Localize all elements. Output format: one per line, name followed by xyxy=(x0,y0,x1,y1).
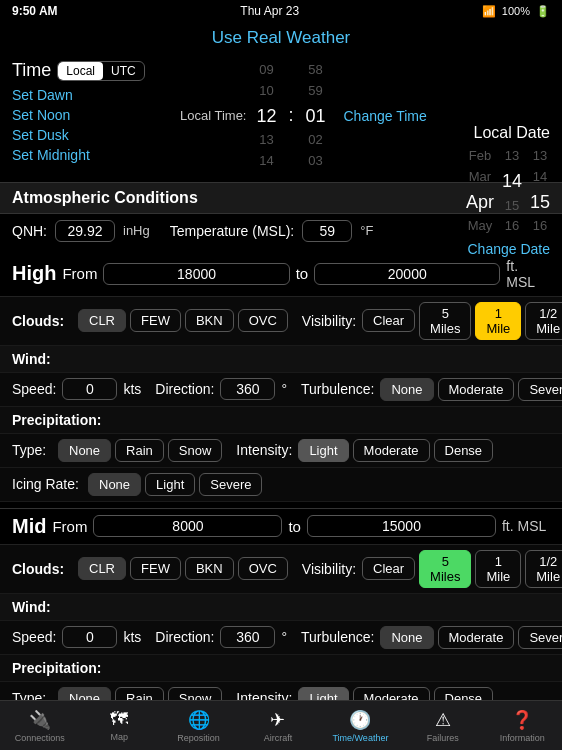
qnh-input[interactable] xyxy=(55,220,115,242)
mid-speed-dir-row: Speed: kts Direction: ° Turbulence: None… xyxy=(0,621,562,655)
mid-vis-1mile[interactable]: 1 Mile xyxy=(475,550,521,588)
mid-cloud-bkn[interactable]: BKN xyxy=(185,557,234,580)
mid-cloud-ovc[interactable]: OVC xyxy=(238,557,288,580)
mid-turb-severe[interactable]: Severe xyxy=(518,626,562,649)
high-dir-label: Direction: xyxy=(155,381,214,397)
local-btn[interactable]: Local xyxy=(58,62,103,80)
change-date-btn[interactable]: Change Date xyxy=(466,241,550,257)
high-to-input[interactable] xyxy=(314,263,500,285)
tab-information[interactable]: ❓ Information xyxy=(497,709,547,743)
mid-precip-label: Precipitation: xyxy=(12,660,101,676)
mid-turb-moderate[interactable]: Moderate xyxy=(438,626,515,649)
high-type-row: Type: None Rain Snow Intensity: Light Mo… xyxy=(0,434,562,468)
month-col[interactable]: Feb Mar Apr May xyxy=(466,146,494,237)
high-speed-input[interactable] xyxy=(62,378,117,400)
mid-vis-half[interactable]: 1/2 Mile xyxy=(525,550,562,588)
high-icing-options: None Light Severe xyxy=(88,473,262,496)
high-icing-severe[interactable]: Severe xyxy=(199,473,262,496)
mid-cloud-few[interactable]: FEW xyxy=(130,557,181,580)
high-vis-clear[interactable]: Clear xyxy=(362,309,415,332)
connections-label: Connections xyxy=(15,733,65,743)
high-type-rain[interactable]: Rain xyxy=(115,439,164,462)
day-right-col[interactable]: 13 14 15 16 xyxy=(530,146,550,237)
high-cloud-ovc[interactable]: OVC xyxy=(238,309,288,332)
high-dir-input[interactable] xyxy=(220,378,275,400)
mid-speed-input[interactable] xyxy=(62,626,117,648)
mid-vis-options: Clear 5 Miles 1 Mile 1/2 Mile xyxy=(362,550,562,588)
information-icon: ❓ xyxy=(511,709,533,731)
high-unit: ft. MSL xyxy=(506,258,550,290)
map-icon: 🗺 xyxy=(110,709,128,730)
set-dawn-btn[interactable]: Set Dawn xyxy=(12,87,172,103)
high-type-snow[interactable]: Snow xyxy=(168,439,223,462)
mid-vis-clear[interactable]: Clear xyxy=(362,557,415,580)
tab-connections[interactable]: 🔌 Connections xyxy=(15,709,65,743)
mid-cloud-clr[interactable]: CLR xyxy=(78,557,126,580)
high-precip-row: Precipitation: xyxy=(0,407,562,434)
mid-speed-label: Speed: xyxy=(12,629,56,645)
set-midnight-btn[interactable]: Set Midnight xyxy=(12,147,172,163)
time-label: Time xyxy=(12,60,51,81)
high-precip-label: Precipitation: xyxy=(12,412,101,428)
temp-input[interactable] xyxy=(302,220,352,242)
high-turb-severe[interactable]: Severe xyxy=(518,378,562,401)
high-vis-5mile[interactable]: 5 Miles xyxy=(419,302,471,340)
local-utc-toggle[interactable]: Local UTC xyxy=(57,61,144,81)
utc-btn[interactable]: UTC xyxy=(103,62,144,80)
mid-dir-input[interactable] xyxy=(220,626,275,648)
mid-clouds-row: Clouds: CLR FEW BKN OVC Visibility: Clea… xyxy=(0,545,562,594)
high-band-section: High From to ft. MSL Clouds: CLR FEW BKN… xyxy=(0,252,562,502)
mid-from-input[interactable] xyxy=(93,515,282,537)
mid-to-input[interactable] xyxy=(307,515,496,537)
high-type-none[interactable]: None xyxy=(58,439,111,462)
high-from-label: From xyxy=(62,265,97,282)
high-turb-moderate[interactable]: Moderate xyxy=(438,378,515,401)
high-clouds-label: Clouds: xyxy=(12,313,72,329)
tab-failures[interactable]: ⚠ Failures xyxy=(418,709,468,743)
tab-map[interactable]: 🗺 Map xyxy=(94,709,144,742)
temp-unit: °F xyxy=(360,223,373,238)
high-intensity-dense[interactable]: Dense xyxy=(434,439,494,462)
tab-time-weather[interactable]: 🕐 Time/Weather xyxy=(332,709,388,743)
mid-turb-label: Turbulence: xyxy=(301,629,374,645)
minute-scroll[interactable]: 58 59 01 02 03 xyxy=(300,60,332,172)
high-intensity-light[interactable]: Light xyxy=(298,439,348,462)
high-icing-light[interactable]: Light xyxy=(145,473,195,496)
high-wind-label: Wind: xyxy=(12,351,51,367)
tab-bar: 🔌 Connections 🗺 Map 🌐 Reposition ✈ Aircr… xyxy=(0,700,562,750)
tab-aircraft[interactable]: ✈ Aircraft xyxy=(253,709,303,743)
date-scroll-row[interactable]: Feb Mar Apr May 13 14 15 16 13 14 15 16 xyxy=(466,146,550,237)
high-intensity-moderate[interactable]: Moderate xyxy=(353,439,430,462)
high-title: High xyxy=(12,262,56,285)
date-label: Local Date xyxy=(466,124,550,142)
mid-vis-label: Visibility: xyxy=(302,561,356,577)
mid-turb-none[interactable]: None xyxy=(380,626,433,649)
mid-clouds-label: Clouds: xyxy=(12,561,72,577)
change-time-btn[interactable]: Change Time xyxy=(344,108,427,124)
mid-band-header: Mid From to ft. MSL xyxy=(0,508,562,545)
set-dusk-btn[interactable]: Set Dusk xyxy=(12,127,172,143)
high-clouds-row: Clouds: CLR FEW BKN OVC Visibility: Clea… xyxy=(0,297,562,346)
high-vis-1mile[interactable]: 1 Mile xyxy=(475,302,521,340)
hour-scroll[interactable]: 09 10 12 13 14 xyxy=(250,60,282,172)
date-section: Local Date Feb Mar Apr May 13 14 15 16 1… xyxy=(466,124,550,257)
status-day: Thu Apr 23 xyxy=(240,4,299,18)
high-cloud-clr[interactable]: CLR xyxy=(78,309,126,332)
high-cloud-bkn[interactable]: BKN xyxy=(185,309,234,332)
high-from-input[interactable] xyxy=(103,263,289,285)
day-left-col[interactable]: 13 14 15 16 xyxy=(502,146,522,237)
high-cloud-few[interactable]: FEW xyxy=(130,309,181,332)
aircraft-icon: ✈ xyxy=(270,709,285,731)
high-turb-none[interactable]: None xyxy=(380,378,433,401)
connections-icon: 🔌 xyxy=(29,709,51,731)
high-vis-half[interactable]: 1/2 Mile xyxy=(525,302,562,340)
mid-wind-row: Wind: xyxy=(0,594,562,621)
tab-reposition[interactable]: 🌐 Reposition xyxy=(174,709,224,743)
high-icing-label: Icing Rate: xyxy=(12,476,82,492)
high-vis-label: Visibility: xyxy=(302,313,356,329)
mid-vis-5mile[interactable]: 5 Miles xyxy=(419,550,471,588)
set-noon-btn[interactable]: Set Noon xyxy=(12,107,172,123)
reposition-label: Reposition xyxy=(177,733,220,743)
high-icing-none[interactable]: None xyxy=(88,473,141,496)
high-speed-dir-row: Speed: kts Direction: ° Turbulence: None… xyxy=(0,373,562,407)
